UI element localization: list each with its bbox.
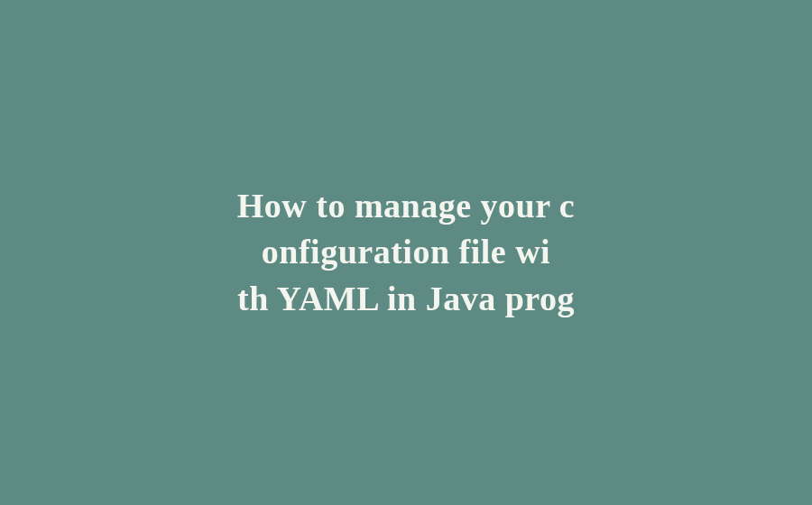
title-text: How to manage your c onfiguration file w… (156, 183, 657, 322)
title-line-1: How to manage your c (237, 187, 576, 225)
title-line-2: onfiguration file wi (262, 233, 550, 271)
title-line-3: th YAML in Java prog (237, 280, 575, 317)
